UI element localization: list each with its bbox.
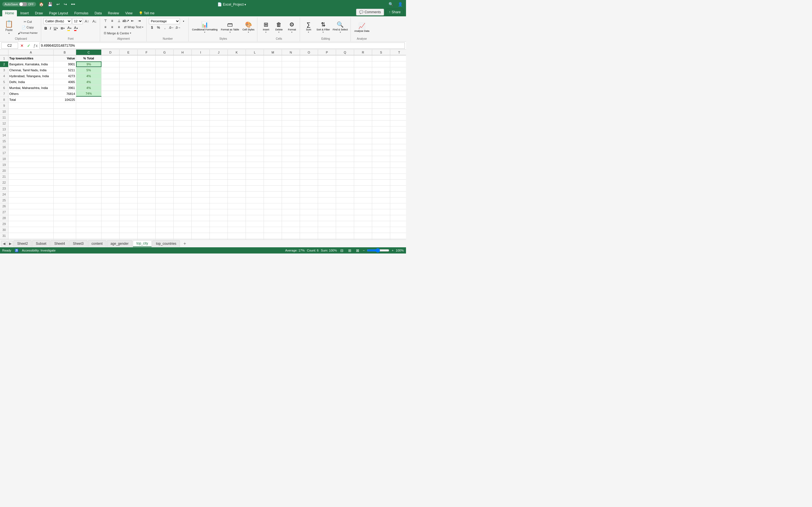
cell-J32[interactable] [210,239,228,239]
cell-D11[interactable] [101,115,119,120]
cell-O6[interactable] [300,85,318,91]
cell-H13[interactable] [174,126,192,132]
cell-G2[interactable] [156,61,174,67]
cell-I4[interactable] [192,73,210,79]
col-header-P[interactable]: P [318,50,336,55]
cell-O18[interactable] [300,156,318,162]
cell-M8[interactable] [264,97,282,103]
cell-K25[interactable] [228,198,246,203]
cell-B22[interactable] [54,180,76,185]
cell-D22[interactable] [101,180,119,185]
cell-T10[interactable] [390,109,406,114]
cell-E17[interactable] [119,150,138,156]
cell-R16[interactable] [354,144,372,150]
cell-J21[interactable] [210,174,228,179]
cell-L6[interactable] [246,85,264,91]
cell-styles-button[interactable]: 🎨 Cell Styles ▾ [241,20,256,34]
cell-G25[interactable] [156,198,174,203]
row-num-23[interactable]: 23 [0,186,8,191]
cell-G11[interactable] [156,115,174,120]
cell-C22[interactable] [76,180,101,185]
cell-A15[interactable] [8,138,54,144]
cell-F13[interactable] [138,126,156,132]
cell-H21[interactable] [174,174,192,179]
cell-K4[interactable] [228,73,246,79]
cell-G29[interactable] [156,221,174,227]
cell-I16[interactable] [192,144,210,150]
cell-J5[interactable] [210,79,228,85]
cell-E27[interactable] [119,209,138,215]
cell-I11[interactable] [192,115,210,120]
row-num-12[interactable]: 12 [0,121,8,126]
cell-F16[interactable] [138,144,156,150]
cell-H26[interactable] [174,203,192,209]
cell-O11[interactable] [300,115,318,120]
cell-S17[interactable] [372,150,390,156]
cell-J4[interactable] [210,73,228,79]
cell-O19[interactable] [300,162,318,168]
indent-decrease-button[interactable]: ⇤ [130,18,136,24]
cell-D18[interactable] [101,156,119,162]
cell-R7[interactable] [354,91,372,97]
cell-H15[interactable] [174,138,192,144]
cell-T30[interactable] [390,227,406,233]
cell-L19[interactable] [246,162,264,168]
cell-R27[interactable] [354,209,372,215]
decrease-font-button[interactable]: A↓ [91,18,98,24]
row-num-17[interactable]: 17 [0,150,8,156]
cell-Q25[interactable] [336,198,354,203]
cell-F8[interactable] [138,97,156,103]
cell-I26[interactable] [192,203,210,209]
cell-Q4[interactable] [336,73,354,79]
cell-H6[interactable] [174,85,192,91]
cell-A19[interactable] [8,162,54,168]
cell-E19[interactable] [119,162,138,168]
cell-T9[interactable] [390,103,406,108]
cell-S29[interactable] [372,221,390,227]
row-num-2[interactable]: 2 [0,61,8,67]
row-num-5[interactable]: 5 [0,79,8,85]
cell-S5[interactable] [372,79,390,85]
cell-A11[interactable] [8,115,54,120]
cell-G13[interactable] [156,126,174,132]
comments-button[interactable]: 💬 Comments [356,9,384,15]
cell-N9[interactable] [282,103,300,108]
cell-A4[interactable]: Hyderabad, Telangana, India [8,73,54,79]
row-num-25[interactable]: 25 [0,198,8,203]
cell-Q2[interactable] [336,61,354,67]
cell-C17[interactable] [76,150,101,156]
cell-M28[interactable] [264,215,282,221]
cell-H14[interactable] [174,132,192,138]
cell-reference-box[interactable] [1,43,18,49]
cell-K29[interactable] [228,221,246,227]
cell-R5[interactable] [354,79,372,85]
cell-L10[interactable] [246,109,264,114]
cell-P10[interactable] [318,109,336,114]
cell-E3[interactable] [119,67,138,73]
cell-D15[interactable] [101,138,119,144]
cell-J19[interactable] [210,162,228,168]
cell-K10[interactable] [228,109,246,114]
cell-N8[interactable] [282,97,300,103]
cell-P15[interactable] [318,138,336,144]
cell-M15[interactable] [264,138,282,144]
cell-R8[interactable] [354,97,372,103]
cell-B27[interactable] [54,209,76,215]
cell-T16[interactable] [390,144,406,150]
cell-I28[interactable] [192,215,210,221]
cell-L7[interactable] [246,91,264,97]
tab-page-layout[interactable]: Page Layout [46,10,71,16]
row-num-29[interactable]: 29 [0,221,8,227]
cell-L21[interactable] [246,174,264,179]
row-num-11[interactable]: 11 [0,115,8,120]
cell-P9[interactable] [318,103,336,108]
cell-C28[interactable] [76,215,101,221]
cell-N12[interactable] [282,121,300,126]
cell-R10[interactable] [354,109,372,114]
cell-K9[interactable] [228,103,246,108]
cell-K21[interactable] [228,174,246,179]
cell-I9[interactable] [192,103,210,108]
cell-B16[interactable] [54,144,76,150]
cell-O26[interactable] [300,203,318,209]
cell-P8[interactable] [318,97,336,103]
